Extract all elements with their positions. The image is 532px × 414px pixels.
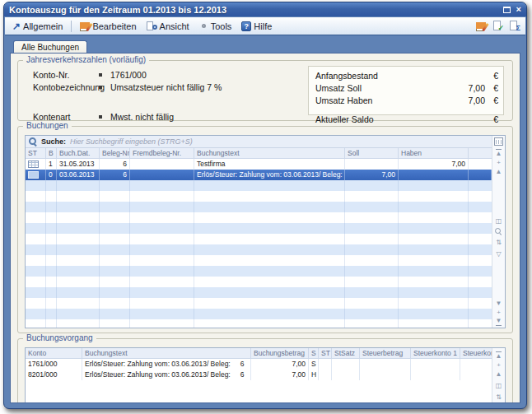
menu-hilfe[interactable]: ? Hilfe [237,20,276,33]
columns-icon[interactable]: ◫ [496,216,502,226]
bullet-icon [99,86,102,89]
menu-tools[interactable]: Tools [195,20,236,33]
search-label: Suche: [41,137,66,146]
field-kontobezeichnung-label: Kontobezeichnung [33,82,97,92]
empty-row [26,298,492,309]
edit-document-icon[interactable] [476,21,486,31]
prev-row-button[interactable]: ▲ [496,167,502,176]
col-header-buchungstext[interactable]: Buchungstext [194,148,345,158]
bullet-icon [99,73,102,77]
col-header-buchungsbetrag[interactable]: Buchungsbetrag [251,348,309,358]
field-kontenart: Kontenart Mwst. nicht fällig [33,110,305,123]
group-buchungsvorgang-label: Buchungsvorgang [23,333,96,342]
empty-row [26,212,492,223]
field-kontobezeichnung: Kontobezeichnung Umsatzsteuer nicht fäll… [33,81,305,93]
next-row-button[interactable]: ▼ [496,299,502,308]
col-header-konto[interactable]: Konto [26,348,82,358]
col-header-steuerkonto-2[interactable]: Steuerkonto 2 [460,348,492,358]
menu-bearbeiten-label: Bearbeiten [92,21,136,31]
empty-row [26,287,492,298]
go-first-button[interactable]: ▲ [496,351,502,361]
transaction-header-row: Konto Buchungstext Buchungsbetrag S ST S… [26,348,492,359]
columns-icon[interactable]: ◫ [496,381,502,390]
bookings-empty-rows [26,180,492,328]
col-header-st[interactable]: ST [319,348,332,358]
sort-icon[interactable]: ⇅ [496,238,502,247]
toolbar-separator [71,21,72,32]
empty-row [26,180,492,191]
transaction-row[interactable]: 8201/000 Erlös/Steuer: Zahlung vom: 03.0… [26,370,492,380]
gear-icon [199,21,208,30]
total-umsatz-haben: Umsatz Haben 7,00 € [315,94,498,106]
transaction-gridbox: Konto Buchungstext Buchungsbetrag S ST S… [25,347,506,403]
col-header-b[interactable]: B [46,148,57,158]
tab-content: Jahresverkehrszahlen (vorläufig) Konto-N… [10,53,520,403]
edit-notepad-icon [80,21,90,31]
empty-row [26,191,492,202]
col-header-s[interactable]: S [309,348,319,358]
empty-row [26,234,492,244]
col-header-beleg-nr[interactable]: Beleg-Nr. [100,148,130,158]
empty-row [26,319,492,328]
tab-band: Alle Buchungen Jahresverkehrszahlen (vor… [5,36,525,407]
go-first-button[interactable]: ▲ [496,149,502,158]
window-title: Kontoauszug für den Zeitraum 01.2013 bis… [9,5,503,15]
menu-allgemein-label: Allgemein [23,21,63,31]
prev-row-button[interactable]: ▲ [496,370,502,379]
total-umsatz-soll: Umsatz Soll 7,00 € [315,81,498,94]
sort-icon[interactable]: ⇅ [496,393,502,402]
group-buchungen: Buchungen Suche: Hier Suchbegriff eingeb… [17,126,513,333]
field-kontobezeichnung-value: Umsatzsteuer nicht fällig 7 % [110,82,222,92]
title-bar[interactable]: Kontoauszug für den Zeitraum 01.2013 bis… [4,2,526,16]
field-kontenart-value: Mwst. nicht fällig [110,112,174,122]
document-check-icon[interactable]: ✓ [492,21,502,31]
col-header-buchdat[interactable]: Buch.Dat. [57,148,100,158]
field-kontenart-label: Kontenart [33,112,97,122]
booking-row[interactable]: 1 31.05.2013 6 Testfirma 7,00 [26,159,492,170]
group-buchungen-label: Buchungen [23,121,72,130]
menu-bearbeiten[interactable]: Bearbeiten [76,20,140,33]
close-icon[interactable]: × [516,6,521,13]
empty-row [26,266,492,277]
maximize-icon[interactable] [503,7,511,13]
grid-search-icon[interactable] [495,228,502,235]
document-sum-icon[interactable]: Σ [509,21,519,31]
group-jahresverkehrszahlen-label: Jahresverkehrszahlen (vorläufig) [23,55,149,64]
col-header-steuerkonto-1[interactable]: Steuerkonto 1 [411,348,460,358]
go-last-button[interactable]: ▼ [496,317,502,326]
field-konto-nr: Konto-Nr. 1761/000 [33,68,305,81]
col-header-stsatz[interactable]: StSatz [332,348,360,358]
app-window: Kontoauszug für den Zeitraum 01.2013 bis… [3,2,527,409]
transaction-row[interactable]: 1761/000 Erlös/Steuer: Zahlung vom: 03.0… [26,359,492,370]
field-konto-nr-label: Konto-Nr. [33,70,97,80]
empty-row [26,309,492,319]
column-chooser-icon[interactable] [494,137,503,146]
col-header-st[interactable]: ST [26,148,46,158]
bookings-header-row: ST B Buch.Dat. Beleg-Nr. Fremdbeleg-Nr. … [26,148,492,159]
col-header-soll[interactable]: Soll [345,148,399,158]
menu-allgemein[interactable]: ↗ Allgemein [8,20,67,33]
field-konto-nr-value: 1761/000 [110,70,147,80]
add-row-button[interactable]: + [497,158,501,167]
add-row-button[interactable]: + [497,361,501,370]
booking-row-selected[interactable]: 0 03.06.2013 6 Erlös/Steuer: Zahlung vom… [26,170,492,180]
totals-panel: Anfangsbestand € Umsatz Soll 7,00 € Umsa… [308,66,504,115]
menu-ansicht-label: Ansicht [160,21,189,31]
menu-ansicht[interactable]: Ansicht [142,20,194,33]
col-header-haben[interactable]: Haben [399,148,469,158]
add-row-button[interactable]: + [497,308,501,317]
search-icon [29,137,37,146]
search-input[interactable]: Suche: Hier Suchbegriff eingeben (STRG+S… [26,136,492,148]
col-header-buchungstext[interactable]: Buchungstext [82,348,251,358]
filter-icon[interactable]: ▽ [496,249,501,258]
tab-alle-buchungen[interactable]: Alle Buchungen [13,40,87,53]
help-icon: ? [241,21,251,31]
empty-row [26,223,492,234]
transaction-grid-nav: ▲ + ▲ ◫ ⇅ ▼ [492,348,505,403]
view-magnifier-icon [147,21,157,31]
record-grid-icon [28,171,39,179]
search-placeholder: Hier Suchbegriff eingeben (STRG+S) [70,137,193,146]
bookings-grid-nav: ▲ + ▲ ◫ ⇅ ▽ ▼ + ▼ [492,136,505,328]
col-header-steuerbetrag[interactable]: Steuerbetrag [360,348,411,358]
col-header-fremdbeleg-nr[interactable]: Fremdbeleg-Nr. [130,148,194,158]
